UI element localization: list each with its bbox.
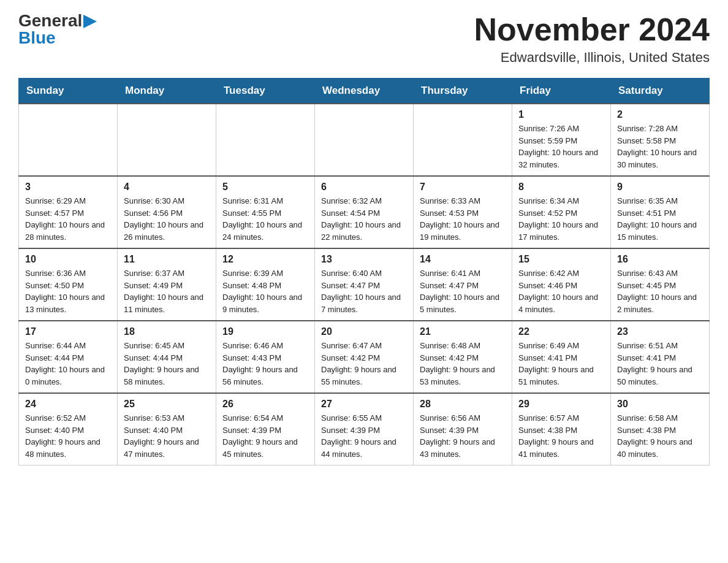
title-section: November 2024 Edwardsville, Illinois, Un…: [474, 12, 710, 66]
calendar-header-monday: Monday: [118, 79, 216, 104]
calendar-cell: [216, 104, 315, 176]
calendar-cell: 8Sunrise: 6:34 AM Sunset: 4:52 PM Daylig…: [512, 176, 611, 248]
day-info: Sunrise: 6:30 AM Sunset: 4:56 PM Dayligh…: [124, 195, 210, 243]
day-number: 8: [518, 182, 604, 193]
calendar-cell: 20Sunrise: 6:47 AM Sunset: 4:42 PM Dayli…: [315, 321, 414, 393]
day-number: 7: [420, 182, 506, 193]
calendar-cell: [118, 104, 216, 176]
logo: General Blue: [18, 12, 97, 47]
day-info: Sunrise: 6:55 AM Sunset: 4:39 PM Dayligh…: [321, 412, 407, 460]
calendar-cell: 16Sunrise: 6:43 AM Sunset: 4:45 PM Dayli…: [611, 248, 710, 321]
calendar-week-1: 1Sunrise: 7:26 AM Sunset: 5:59 PM Daylig…: [19, 104, 710, 176]
day-info: Sunrise: 6:39 AM Sunset: 4:48 PM Dayligh…: [222, 267, 308, 315]
day-number: 6: [321, 182, 407, 193]
day-number: 13: [321, 254, 407, 265]
calendar-cell: 17Sunrise: 6:44 AM Sunset: 4:44 PM Dayli…: [19, 321, 118, 393]
day-info: Sunrise: 6:54 AM Sunset: 4:39 PM Dayligh…: [222, 412, 308, 460]
logo-blue-text: Blue: [18, 29, 56, 47]
calendar-header-thursday: Thursday: [414, 79, 512, 104]
svg-marker-0: [83, 15, 97, 28]
calendar-cell: 9Sunrise: 6:35 AM Sunset: 4:51 PM Daylig…: [611, 176, 710, 248]
day-number: 29: [518, 399, 604, 410]
day-number: 30: [617, 399, 703, 410]
calendar-cell: 21Sunrise: 6:48 AM Sunset: 4:42 PM Dayli…: [414, 321, 512, 393]
day-info: Sunrise: 6:56 AM Sunset: 4:39 PM Dayligh…: [420, 412, 506, 460]
day-info: Sunrise: 6:58 AM Sunset: 4:38 PM Dayligh…: [617, 412, 703, 460]
calendar-cell: [315, 104, 414, 176]
day-number: 22: [518, 326, 604, 337]
day-number: 19: [222, 326, 308, 337]
day-number: 16: [617, 254, 703, 265]
calendar-cell: 28Sunrise: 6:56 AM Sunset: 4:39 PM Dayli…: [414, 393, 512, 465]
calendar-cell: 13Sunrise: 6:40 AM Sunset: 4:47 PM Dayli…: [315, 248, 414, 321]
day-number: 28: [420, 399, 506, 410]
day-info: Sunrise: 6:32 AM Sunset: 4:54 PM Dayligh…: [321, 195, 407, 243]
day-info: Sunrise: 6:49 AM Sunset: 4:41 PM Dayligh…: [518, 340, 604, 388]
calendar-cell: [19, 104, 118, 176]
day-number: 20: [321, 326, 407, 337]
calendar-cell: 14Sunrise: 6:41 AM Sunset: 4:47 PM Dayli…: [414, 248, 512, 321]
day-info: Sunrise: 6:57 AM Sunset: 4:38 PM Dayligh…: [518, 412, 604, 460]
day-info: Sunrise: 7:26 AM Sunset: 5:59 PM Dayligh…: [518, 123, 604, 170]
calendar-cell: 6Sunrise: 6:32 AM Sunset: 4:54 PM Daylig…: [315, 176, 414, 248]
calendar-header-friday: Friday: [512, 79, 611, 104]
calendar-cell: 1Sunrise: 7:26 AM Sunset: 5:59 PM Daylig…: [512, 104, 611, 176]
calendar-week-3: 10Sunrise: 6:36 AM Sunset: 4:50 PM Dayli…: [19, 248, 710, 321]
calendar-cell: [414, 104, 512, 176]
day-info: Sunrise: 6:41 AM Sunset: 4:47 PM Dayligh…: [420, 267, 506, 315]
day-number: 1: [518, 109, 604, 120]
day-info: Sunrise: 6:46 AM Sunset: 4:43 PM Dayligh…: [222, 340, 308, 388]
calendar-cell: 18Sunrise: 6:45 AM Sunset: 4:44 PM Dayli…: [118, 321, 216, 393]
calendar-cell: 7Sunrise: 6:33 AM Sunset: 4:53 PM Daylig…: [414, 176, 512, 248]
day-number: 11: [124, 254, 210, 265]
calendar-cell: 2Sunrise: 7:28 AM Sunset: 5:58 PM Daylig…: [611, 104, 710, 176]
calendar-header-wednesday: Wednesday: [315, 79, 414, 104]
day-info: Sunrise: 6:36 AM Sunset: 4:50 PM Dayligh…: [25, 267, 111, 315]
calendar-header-tuesday: Tuesday: [216, 79, 315, 104]
day-number: 4: [124, 182, 210, 193]
day-number: 5: [222, 182, 308, 193]
calendar-cell: 29Sunrise: 6:57 AM Sunset: 4:38 PM Dayli…: [512, 393, 611, 465]
day-info: Sunrise: 6:48 AM Sunset: 4:42 PM Dayligh…: [420, 340, 506, 388]
day-number: 10: [25, 254, 111, 265]
day-number: 24: [25, 399, 111, 410]
calendar-week-2: 3Sunrise: 6:29 AM Sunset: 4:57 PM Daylig…: [19, 176, 710, 248]
location: Edwardsville, Illinois, United States: [474, 50, 710, 66]
day-info: Sunrise: 6:44 AM Sunset: 4:44 PM Dayligh…: [25, 340, 111, 388]
calendar-cell: 30Sunrise: 6:58 AM Sunset: 4:38 PM Dayli…: [611, 393, 710, 465]
calendar-cell: 11Sunrise: 6:37 AM Sunset: 4:49 PM Dayli…: [118, 248, 216, 321]
calendar-table: SundayMondayTuesdayWednesdayThursdayFrid…: [18, 78, 710, 465]
calendar-cell: 4Sunrise: 6:30 AM Sunset: 4:56 PM Daylig…: [118, 176, 216, 248]
day-number: 25: [124, 399, 210, 410]
day-info: Sunrise: 6:43 AM Sunset: 4:45 PM Dayligh…: [617, 267, 703, 315]
day-info: Sunrise: 6:37 AM Sunset: 4:49 PM Dayligh…: [124, 267, 210, 315]
day-number: 3: [25, 182, 111, 193]
calendar-week-5: 24Sunrise: 6:52 AM Sunset: 4:40 PM Dayli…: [19, 393, 710, 465]
calendar-header-saturday: Saturday: [611, 79, 710, 104]
calendar-week-4: 17Sunrise: 6:44 AM Sunset: 4:44 PM Dayli…: [19, 321, 710, 393]
day-number: 27: [321, 399, 407, 410]
day-info: Sunrise: 6:53 AM Sunset: 4:40 PM Dayligh…: [124, 412, 210, 460]
day-info: Sunrise: 6:35 AM Sunset: 4:51 PM Dayligh…: [617, 195, 703, 243]
calendar-cell: 25Sunrise: 6:53 AM Sunset: 4:40 PM Dayli…: [118, 393, 216, 465]
calendar-cell: 12Sunrise: 6:39 AM Sunset: 4:48 PM Dayli…: [216, 248, 315, 321]
day-info: Sunrise: 7:28 AM Sunset: 5:58 PM Dayligh…: [617, 123, 703, 170]
day-number: 9: [617, 182, 703, 193]
logo-general-text: General: [18, 12, 82, 29]
page-header: General Blue November 2024 Edwardsville,…: [18, 12, 710, 66]
day-number: 14: [420, 254, 506, 265]
calendar-cell: 3Sunrise: 6:29 AM Sunset: 4:57 PM Daylig…: [19, 176, 118, 248]
day-info: Sunrise: 6:45 AM Sunset: 4:44 PM Dayligh…: [124, 340, 210, 388]
day-number: 12: [222, 254, 308, 265]
calendar-cell: 27Sunrise: 6:55 AM Sunset: 4:39 PM Dayli…: [315, 393, 414, 465]
day-info: Sunrise: 6:47 AM Sunset: 4:42 PM Dayligh…: [321, 340, 407, 388]
calendar-cell: 22Sunrise: 6:49 AM Sunset: 4:41 PM Dayli…: [512, 321, 611, 393]
day-info: Sunrise: 6:29 AM Sunset: 4:57 PM Dayligh…: [25, 195, 111, 243]
logo-arrow-icon: [83, 15, 97, 28]
day-number: 18: [124, 326, 210, 337]
calendar-cell: 19Sunrise: 6:46 AM Sunset: 4:43 PM Dayli…: [216, 321, 315, 393]
day-number: 2: [617, 109, 703, 120]
day-info: Sunrise: 6:52 AM Sunset: 4:40 PM Dayligh…: [25, 412, 111, 460]
calendar-cell: 24Sunrise: 6:52 AM Sunset: 4:40 PM Dayli…: [19, 393, 118, 465]
day-info: Sunrise: 6:42 AM Sunset: 4:46 PM Dayligh…: [518, 267, 604, 315]
